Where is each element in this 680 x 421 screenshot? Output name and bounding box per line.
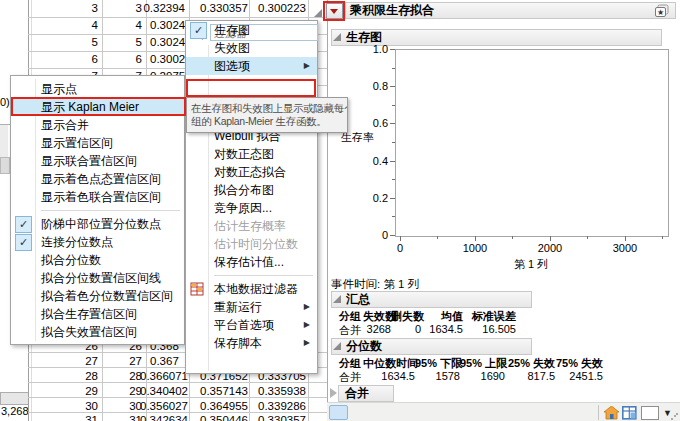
y-tick: [390, 161, 395, 162]
quantiles-table-header-row: 分组中位数时间95% 下限95% 上限25% 失效75% 失效: [339, 356, 603, 371]
table-cell: 0.350446: [200, 414, 245, 421]
table-cell: 4: [58, 19, 98, 34]
row-count-fragment: 3,268: [1, 405, 29, 417]
status-color-swatch[interactable]: [641, 406, 659, 420]
quantiles-header[interactable]: 分位数: [331, 338, 532, 355]
table-cell: 28: [104, 370, 142, 385]
report-title-bar[interactable]: 乘积限生存拟合 ★: [345, 2, 676, 19]
menu-item-fitted-quantile-ci-shaded[interactable]: 拟合着色分位数置信区间: [11, 287, 184, 305]
column-header: 95% 下限: [415, 356, 460, 371]
x-tick: [475, 236, 476, 241]
summary-table-header-row: 分组失效数删失数均值标准误差: [339, 309, 516, 324]
quantiles-disclosure-icon[interactable]: [333, 342, 341, 350]
platform-dropdown-menu: ✓ 生存图 失效图 图选项 ▶ Weibull 图 Weibull 拟合 对数正…: [185, 20, 318, 374]
x-minor-tick: [512, 236, 513, 239]
left-edge-text-fragment: 0): [0, 96, 10, 108]
menu-item-local-data-filter[interactable]: 本地数据过滤器: [186, 280, 317, 298]
table-cell: 0.356027: [140, 400, 185, 415]
column-header: 中位数时间: [363, 356, 415, 371]
table-cell: 0.364955: [200, 400, 245, 415]
table-cell: 0.366071: [140, 370, 185, 385]
menu-item-failure-plot[interactable]: 失效图: [186, 39, 317, 57]
table-cell: 3: [104, 2, 142, 17]
summary-disclosure-icon[interactable]: [333, 295, 341, 303]
menu-item-platform-preferences[interactable]: 平台首选项 ▶: [186, 316, 317, 334]
menu-item-save-script[interactable]: 保存脚本 ▶: [186, 334, 317, 352]
menu-item-fitted-quantiles[interactable]: 拟合分位数: [11, 251, 184, 269]
column-header: 分组: [339, 356, 363, 371]
local-data-filter-icon: [190, 282, 204, 296]
combined-disclosure-icon[interactable]: [330, 388, 337, 398]
menu-item-fitted-distribution-plot[interactable]: 拟合分布图: [186, 181, 317, 199]
summary-title: 汇总: [346, 292, 370, 306]
y-tick-label: 0.6: [355, 117, 388, 129]
x-tick-label: 0: [380, 242, 420, 254]
report-title: 乘积限生存拟合: [350, 3, 434, 17]
menu-item-show-combined[interactable]: 显示合并: [11, 116, 184, 134]
table-cell: 0.3002: [150, 53, 190, 68]
status-separator: [598, 405, 599, 420]
menu-item-estimate-survival-prob: 估计生存概率: [186, 217, 317, 235]
table-cell: 28: [58, 370, 98, 385]
table-cell: 30: [58, 400, 98, 415]
table-value: 1634.5: [363, 370, 415, 382]
menu-item-show-simultaneous-ci[interactable]: 显示联合置信区间: [11, 152, 184, 170]
table-cell: 0.330357: [200, 2, 245, 17]
menu-item-midstep-quantile-points[interactable]: ✓ 阶梯中部位置分位数点: [11, 215, 184, 233]
menu-item-show-shaded-simultaneous-ci[interactable]: 显示着色联合置信区间: [11, 188, 184, 206]
y-tick-label: 0.8: [355, 80, 388, 92]
menu-item-plot-options[interactable]: 图选项 ▶: [186, 57, 317, 75]
table-value: 16.505: [463, 323, 516, 335]
red-triangle-menu-button[interactable]: [326, 3, 343, 19]
y-tick-label: 0.2: [355, 192, 388, 204]
table-cell: 5: [104, 36, 142, 51]
left-edge-box-fragment: [0, 157, 10, 174]
survival-plot-disclosure-icon[interactable]: [333, 33, 341, 41]
combined-header[interactable]: 合并: [338, 385, 394, 402]
x-minor-tick: [437, 236, 438, 239]
menu-item-redo[interactable]: 重新运行 ▶: [186, 298, 317, 316]
table-cell: 29: [58, 385, 98, 400]
x-minor-tick: [662, 236, 663, 239]
menu-item-fitted-quantile-ci-lines[interactable]: 拟合分位数置信区间线: [11, 269, 184, 287]
x-axis-label: 第 1 列: [481, 257, 581, 272]
pin-window-icon[interactable]: ★: [654, 4, 670, 18]
table-cell: 0.300223: [258, 2, 303, 17]
red-triangle-icon: [330, 9, 338, 14]
survival-plot-area: [395, 49, 669, 237]
summary-header[interactable]: 汇总: [331, 291, 532, 308]
menu-item-connect-quantile-points[interactable]: ✓ 连接分位数点: [11, 233, 184, 251]
menu-item-show-kaplan-meier[interactable]: 显示 Kaplan Meier: [11, 98, 184, 116]
checkmark-icon: ✓: [15, 234, 32, 251]
menu-item-show-confid-interval[interactable]: 显示置信区间: [11, 134, 184, 152]
column-header: 分组: [339, 309, 363, 324]
menu-item-fitted-failure-ci[interactable]: 拟合失效置信区间: [11, 323, 184, 341]
menu-item-survival-plot[interactable]: ✓ 生存图: [186, 21, 317, 39]
table-value: 2451.5: [555, 370, 603, 382]
y-minor-tick: [392, 68, 395, 69]
table-cell: 0.3024: [150, 36, 190, 51]
table-cell: 0.339286: [258, 400, 303, 415]
menu-item-show-shaded-pointwise-ci[interactable]: 显示着色点态置信区间: [11, 170, 184, 188]
resize-grip[interactable]: [671, 413, 678, 420]
menu-item-lognormal-fit[interactable]: 对数正态拟合: [186, 163, 317, 181]
report-disclosure-icon[interactable]: [314, 9, 322, 17]
submenu-arrow-icon: ▶: [304, 334, 310, 352]
home-window-icon[interactable]: [604, 406, 619, 420]
x-tick: [400, 236, 401, 241]
menu-item-lognormal-plot[interactable]: 对数正态图: [186, 145, 317, 163]
event-time-label: 事件时间: 第 1 列: [331, 277, 419, 292]
y-tick: [390, 86, 395, 87]
menu-item-fitted-survival-ci[interactable]: 拟合生存置信区间: [11, 305, 184, 323]
checkmark-icon: ✓: [190, 22, 207, 39]
table-cell: 0.330357: [258, 414, 303, 421]
table-cell: 5: [58, 36, 98, 51]
menu-item-show-points[interactable]: 显示点: [11, 80, 184, 98]
summary-table-data-row: 合并326801634.516.505: [339, 323, 516, 338]
menu-separator: [11, 206, 184, 215]
table-gridline: [28, 17, 330, 18]
y-tick: [390, 123, 395, 124]
menu-item-save-estimates[interactable]: 保存估计值...: [186, 253, 317, 271]
window-grid-icon[interactable]: [622, 406, 637, 420]
menu-item-competing-causes[interactable]: 竞争原因...: [186, 199, 317, 217]
